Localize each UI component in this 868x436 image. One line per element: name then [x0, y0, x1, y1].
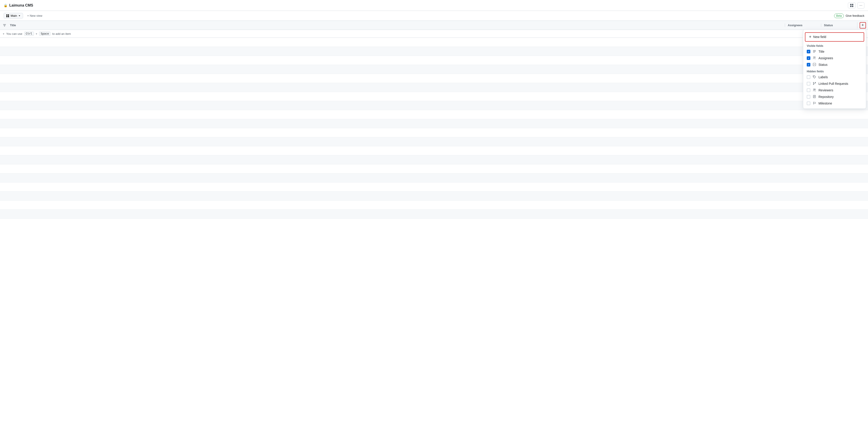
table-icon [6, 14, 9, 18]
svg-rect-5 [8, 14, 9, 16]
table-row [0, 146, 868, 155]
give-feedback-button[interactable]: Give feedback [846, 14, 864, 18]
top-bar-right: ··· [848, 2, 864, 8]
table-row [0, 192, 868, 201]
table-row [0, 201, 868, 210]
assignees-checkbox[interactable] [807, 56, 810, 60]
add-item-row[interactable]: + You can use Ctrl + Space to add an ite… [0, 30, 868, 38]
table-row [0, 92, 868, 101]
assignees-column-header: Assignees [785, 24, 821, 27]
plus-separator: + [36, 32, 37, 35]
plus-icon: + [862, 23, 864, 28]
status-field-label: Status [818, 63, 828, 66]
svg-point-14 [813, 57, 815, 58]
status-checkbox[interactable] [807, 63, 810, 66]
repository-field-label: Repository [818, 95, 834, 98]
pull-requests-checkbox[interactable] [807, 82, 810, 86]
field-item-status[interactable]: Status [803, 61, 866, 68]
repository-field-icon [813, 95, 816, 99]
toolbar-right: Beta Give feedback [834, 13, 864, 18]
toolbar-left: Main + New view [4, 13, 44, 19]
table-row [0, 83, 868, 92]
field-dropdown-panel: + New field Visible fields Title Assigne… [803, 29, 866, 109]
ctrl-key-badge: Ctrl [24, 32, 34, 36]
pull-requests-field-label: Linked Pull Requests [818, 82, 848, 86]
svg-rect-3 [852, 6, 853, 7]
plus-icon: + [809, 35, 811, 39]
top-bar: 🔒 Laimuna CMS ··· [0, 0, 868, 11]
table-row [0, 74, 868, 83]
new-field-button[interactable]: + New field [805, 32, 864, 41]
chevron-down-icon [18, 15, 21, 17]
top-bar-left: 🔒 Laimuna CMS [4, 3, 33, 7]
field-item-title[interactable]: Title [803, 49, 866, 55]
filter-icon-col [0, 24, 7, 27]
new-view-button[interactable]: + New view [25, 13, 44, 18]
status-field-icon [813, 63, 816, 67]
add-item-hint-text: You can use [6, 32, 22, 35]
table-row [0, 56, 868, 65]
svg-point-15 [815, 57, 815, 58]
svg-rect-7 [8, 16, 9, 17]
field-item-labels[interactable]: Labels [803, 74, 866, 81]
title-field-icon [813, 50, 816, 54]
milestone-field-icon [813, 101, 816, 106]
field-item-reviewers[interactable]: Reviewers [803, 87, 866, 94]
toolbar: Main + New view Beta Give feedback [0, 11, 868, 21]
beta-badge: Beta [834, 13, 844, 18]
plus-icon-small: + [3, 32, 4, 35]
repository-checkbox[interactable] [807, 95, 810, 98]
empty-rows [0, 38, 868, 219]
reviewers-field-icon [813, 88, 816, 92]
title-column-header: Title [7, 24, 785, 27]
reviewers-field-label: Reviewers [818, 88, 833, 92]
svg-rect-4 [6, 14, 7, 16]
title-checkbox[interactable] [807, 50, 810, 53]
assignees-field-icon [813, 56, 816, 60]
filter-icon [3, 24, 6, 27]
table-row [0, 110, 868, 119]
field-item-repository[interactable]: Repository [803, 94, 866, 100]
layout-icon-button[interactable] [848, 2, 856, 8]
view-name-label: Main [11, 14, 17, 18]
to-add-text: to add an item [52, 32, 71, 35]
table-row [0, 38, 868, 47]
table-row [0, 101, 868, 110]
milestone-field-label: Milestone [818, 101, 832, 105]
new-view-label: + New view [27, 14, 42, 18]
status-column-header: Status [821, 24, 857, 27]
more-options-button[interactable]: ··· [857, 2, 864, 8]
add-column-button[interactable]: + [860, 22, 866, 29]
new-field-label: New field [813, 35, 827, 39]
reviewers-checkbox[interactable] [807, 88, 810, 92]
table-row [0, 137, 868, 146]
table-row [0, 47, 868, 56]
table-row [0, 210, 868, 219]
space-key-badge: Space [39, 32, 51, 36]
svg-point-24 [815, 89, 815, 90]
svg-point-23 [813, 89, 815, 90]
labels-field-label: Labels [818, 75, 828, 79]
svg-point-18 [814, 76, 814, 77]
feedback-label: Give feedback [846, 14, 864, 18]
table-container: Title Assignees Status + + You can use C… [0, 21, 868, 436]
field-item-milestone[interactable]: Milestone [803, 100, 866, 107]
svg-rect-2 [850, 6, 851, 7]
pull-requests-field-icon [813, 82, 816, 86]
svg-rect-6 [6, 16, 7, 17]
svg-rect-1 [852, 4, 853, 5]
add-column-cell[interactable]: + [857, 22, 868, 29]
table-row [0, 65, 868, 74]
lock-icon: 🔒 [4, 4, 7, 7]
svg-rect-0 [850, 4, 851, 5]
table-row [0, 165, 868, 173]
title-field-label: Title [818, 50, 825, 53]
table-row [0, 155, 868, 165]
main-view-button[interactable]: Main [4, 13, 23, 19]
milestone-checkbox[interactable] [807, 101, 810, 105]
table-row [0, 128, 868, 137]
labels-checkbox[interactable] [807, 75, 810, 79]
field-item-assignees[interactable]: Assignees [803, 55, 866, 61]
app-title: Laimuna CMS [9, 3, 33, 7]
field-item-pull-requests[interactable]: Linked Pull Requests [803, 81, 866, 87]
